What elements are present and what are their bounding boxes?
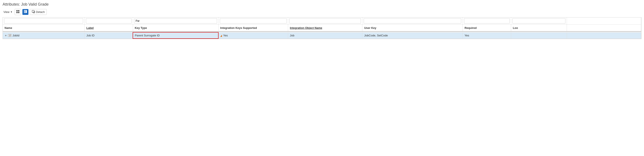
svg-rect-2: [16, 12, 18, 13]
view-button[interactable]: View ▼: [2, 10, 13, 14]
svg-rect-1: [18, 10, 20, 12]
required-filter-input[interactable]: [464, 18, 510, 24]
header-row: Name Label Key Type Integration Keys Sup…: [3, 24, 641, 32]
grid-icon: [16, 10, 20, 14]
grid-icon-button[interactable]: [15, 9, 21, 15]
intkeys-filter-input[interactable]: [220, 18, 287, 24]
page-container: Attributes: Job Valid Grade View ▼: [0, 0, 644, 156]
edit-icon-button[interactable]: [22, 9, 28, 15]
row-userkey-value: JobCode, SetCode: [364, 34, 388, 37]
star-icon: ✦: [4, 34, 7, 37]
view-dropdown-icon: ▼: [10, 11, 12, 13]
col-header-label: Label: [86, 26, 94, 30]
row-required-value: Yes: [464, 34, 469, 37]
svg-marker-8: [26, 11, 27, 13]
attributes-table: Name Label Key Type Integration Keys Sup…: [3, 18, 641, 39]
keytype-filter-input[interactable]: [134, 18, 217, 24]
edit-icon: [24, 10, 27, 14]
userkey-filter-input[interactable]: [364, 18, 461, 24]
col-header-name: Name: [4, 26, 12, 30]
name-cell: ✦ 12 JobId: [4, 34, 83, 37]
row-intkeys-value: Yes: [223, 34, 228, 37]
intobjname-filter-input[interactable]: [290, 18, 361, 24]
detach-icon: [32, 10, 35, 14]
col-header-intobjname: Integration Object Name: [290, 26, 322, 30]
row-intkeys-triangle: [220, 34, 223, 37]
row-label-value: Job ID: [86, 34, 94, 37]
row-keytype-value: Parent Surrogate ID: [135, 34, 160, 37]
attributes-table-wrapper: Name Label Key Type Integration Keys Sup…: [2, 17, 642, 39]
row-name-value: JobId: [12, 34, 20, 37]
row-intobjname-value: Job: [290, 34, 294, 37]
detach-label: Detach: [36, 10, 45, 14]
table-row: ✦ 12 JobId Job ID Parent Surrogate ID Ye…: [3, 32, 641, 38]
page-title: Attributes: Job Valid Grade: [2, 2, 642, 7]
col-header-keytype: Key Type: [135, 26, 147, 30]
label-filter-input[interactable]: [86, 18, 131, 24]
col-header-required: Required: [464, 26, 476, 30]
col-header-userkey: User Key: [364, 26, 376, 30]
lookup-filter-input[interactable]: [512, 18, 566, 24]
detach-button[interactable]: Detach: [30, 9, 47, 15]
name-filter-input[interactable]: [4, 18, 83, 24]
filter-row: [3, 18, 641, 24]
view-label: View: [4, 10, 10, 14]
col-header-intkeys: Integration Keys Supported: [220, 26, 257, 30]
col-header-lookup: Loo: [513, 26, 518, 30]
toolbar: View ▼: [2, 9, 642, 15]
triangle-icon: [220, 35, 222, 37]
svg-rect-3: [18, 12, 20, 13]
svg-rect-0: [16, 10, 18, 12]
type-badge: 12: [8, 34, 12, 37]
